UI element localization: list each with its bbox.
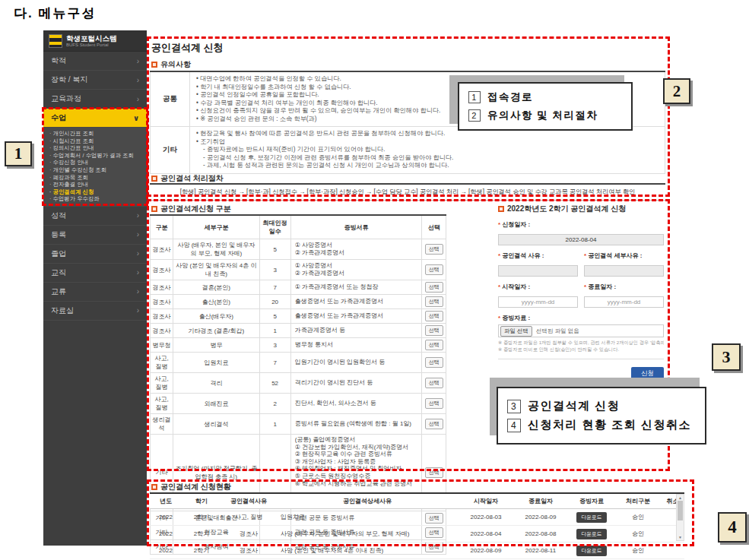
cell-result: 승인	[615, 526, 661, 543]
sidebar-subitem[interactable]: 개인시간표 조회	[43, 130, 147, 138]
cell-detail: 기타경조 (결혼/회갑)	[173, 324, 259, 338]
select-button[interactable]: 선택	[425, 311, 443, 321]
download-button[interactable]: 다운로드	[576, 529, 606, 539]
doc-line: 출생증명서 또는 가족관계증명서	[295, 312, 421, 320]
sidebar-subitem[interactable]: 수업계획서 / 수업평가 결과 조회	[43, 152, 147, 160]
cell-end-date: 2022-08-11	[513, 543, 568, 559]
sidebar-item[interactable]: 장학 / 복지›	[43, 71, 147, 90]
attachment-field[interactable]: 파일 선택 선택된 파일 없음	[498, 324, 664, 337]
select-button[interactable]: 선택	[425, 467, 443, 478]
apply-date-field[interactable]	[498, 234, 664, 245]
cell-type: 경조사	[151, 280, 173, 295]
sidebar-item[interactable]: 성적›	[43, 207, 147, 226]
select-button[interactable]: 선택	[425, 357, 443, 368]
reason-field[interactable]	[498, 265, 578, 277]
chevron-right-icon: ›	[137, 211, 139, 220]
sidebar-item[interactable]: 교육과정›	[43, 90, 147, 109]
section-status: 공인결석계 신청현황	[151, 482, 231, 492]
cell-detail-reason: 사망 (본인 및 배우자의 4촌 이내 친족)	[276, 543, 459, 559]
select-button[interactable]: 선택	[425, 419, 443, 429]
cell-docs: 출생증명서 또는 가족관계증명서	[290, 309, 422, 324]
cell-days: 7	[259, 353, 290, 373]
sidebar-item-label: 교직	[51, 267, 66, 278]
sidebar-item[interactable]: 등록›	[43, 226, 147, 245]
doc-line: 격리기간이 명시된 진단서 등	[295, 379, 421, 387]
select-button[interactable]: 선택	[425, 244, 443, 255]
detail-reason-field[interactable]	[584, 265, 664, 277]
sidebar-subitem[interactable]: 강의시간표 안내	[43, 144, 147, 152]
callout-apply-status: 3공인결석계 신청4신청처리 현황 조회 신청취소	[497, 387, 706, 445]
annotation-number-1: 1	[5, 141, 32, 166]
cell-select: 선택	[422, 280, 446, 295]
sidebar-item[interactable]: 교류›	[43, 283, 147, 302]
sidebar-item-label: 수업	[51, 112, 66, 123]
select-button[interactable]: 선택	[425, 296, 443, 307]
sidebar-item[interactable]: 졸업›	[43, 245, 147, 264]
sidebar-item[interactable]: 교직›	[43, 264, 147, 283]
end-date-field[interactable]	[584, 296, 664, 308]
annotation-number-3: 3	[712, 343, 741, 371]
scroll-up-icon[interactable]: ▲	[677, 495, 684, 500]
start-date-field[interactable]	[498, 296, 578, 308]
cell-docs: ① 사망증명서② 가족관계증명서	[290, 260, 422, 280]
sidebar-subitem[interactable]: 전자출결 안내	[43, 181, 147, 188]
cell-year: 2022	[150, 509, 182, 526]
portal-logo[interactable]: 학생포털시스템 BUFS Student Portal	[43, 30, 147, 52]
select-button[interactable]: 선택	[425, 264, 443, 275]
cell-docs: 입원기간이 명시된 입원확인서 등	[290, 353, 422, 373]
select-button[interactable]: 선택	[425, 398, 443, 409]
select-button[interactable]: 선택	[425, 378, 443, 388]
sidebar-item-classes[interactable]: 수업 ∨	[43, 109, 147, 128]
cell-reason: 사고, 질병	[221, 509, 276, 526]
cell-result: 승인	[615, 509, 661, 526]
download-button[interactable]: 다운로드	[576, 512, 606, 523]
sidebar-item-label: 등록	[51, 229, 66, 240]
sidebar-item[interactable]: 자료실›	[43, 302, 147, 321]
doc-line: ⑥ 학교에서 시행하는 취업교육 관련 증명서	[295, 480, 421, 488]
cell-days: 1	[259, 324, 290, 338]
callout-line: 1접속경로	[468, 90, 622, 104]
section-procedure: 공인결석 처리절차	[151, 173, 224, 184]
cell-end-date: 2022-08-09	[513, 509, 568, 526]
doc-line: (공통) 졸업예정증명서	[295, 436, 421, 444]
sidebar-subitem[interactable]: 수강신청 안내	[43, 159, 147, 166]
notice-row: 기타• 현장교육 및 행사 참여에 따른 공인결석은 반드시 관련 공문을 첨부…	[151, 127, 665, 174]
sidebar-subitem[interactable]: 수업평가 우수강좌	[43, 195, 147, 203]
sidebar-subitem[interactable]: 공인결석계 신청	[43, 188, 147, 196]
scroll-down-icon[interactable]: ▼	[677, 535, 684, 539]
submit-button[interactable]: 신청	[631, 367, 664, 381]
sidebar-item[interactable]: 학적›	[43, 52, 147, 71]
attachment-label: 증빙자료 :	[498, 314, 664, 322]
select-button[interactable]: 선택	[425, 340, 443, 350]
doc-line: 증빙서류 필요없음 (여학생에 한함 : 월 1일)	[295, 420, 421, 428]
notice-line: • 조기취업	[196, 138, 659, 147]
column-header: 공인결석사유	[221, 493, 276, 509]
cell-docs: 병무청 통지서	[290, 338, 422, 353]
status-table: 년도학기공인결석사유공인결석상세사유시작일자종료일자증빙자료처리구분취소 202…	[150, 492, 684, 559]
select-button[interactable]: 선택	[425, 325, 443, 336]
callout-access-path: 1접속경로2유의사항 및 처리절차	[458, 82, 633, 131]
cell-attachment: 다운로드	[568, 543, 615, 559]
sidebar-subitem[interactable]: 폐강과목 조회	[43, 174, 147, 182]
doc-line: ② 가족관계증명서	[295, 249, 421, 257]
chevron-right-icon: ›	[137, 95, 139, 103]
table-row: 경조사결혼(본인)7① 가족관계증명서 또는 청첩장선택	[151, 280, 446, 295]
chevron-right-icon: ›	[137, 57, 139, 65]
download-button[interactable]: 다운로드	[576, 546, 606, 556]
table-row: 20222학기사고, 질병입원치료2022-08-032022-08-09다운로…	[150, 509, 684, 526]
callout-number: 1	[468, 91, 481, 103]
cell-type: 사고, 질병	[151, 394, 173, 414]
sidebar-subitem[interactable]: 개인별 수강신청 조회	[43, 166, 147, 174]
cell-reason: 경조사	[221, 526, 276, 543]
scrollbar-thumb[interactable]	[678, 501, 683, 520]
cell-type: 경조사	[151, 295, 173, 309]
chevron-right-icon: ›	[137, 249, 139, 258]
file-select-button[interactable]: 파일 선택	[500, 326, 532, 337]
cell-days: 20	[259, 295, 290, 309]
sidebar-item-label: 학적	[51, 55, 66, 66]
sidebar-subitem[interactable]: 시험시간표 조회	[43, 138, 147, 145]
chevron-right-icon: ›	[137, 76, 139, 84]
table-scrollbar[interactable]: ▲ ▼	[676, 494, 684, 541]
select-button[interactable]: 선택	[425, 282, 443, 293]
sidebar-item-label: 성적	[51, 210, 66, 221]
